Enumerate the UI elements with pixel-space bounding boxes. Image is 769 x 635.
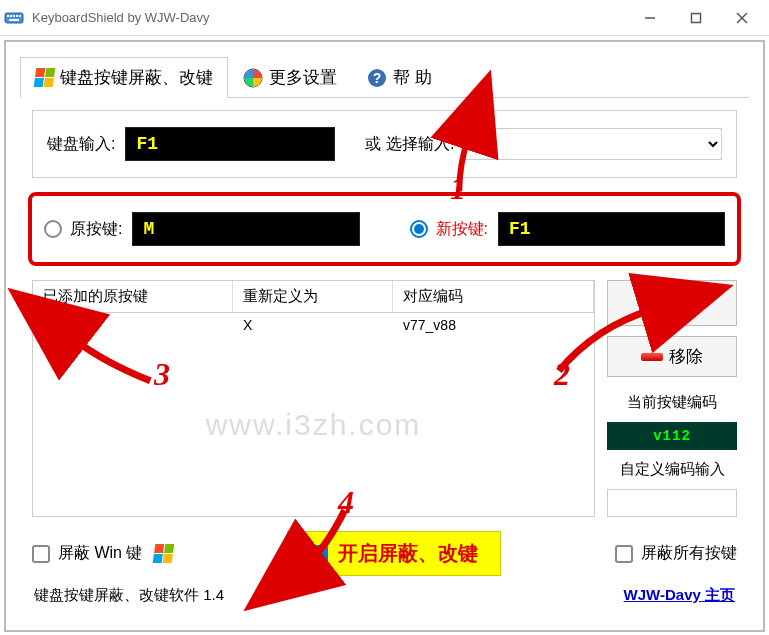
row-original-key: M [67,318,79,334]
keyboard-input-label: 键盘输入: [47,134,115,155]
radio-new-key[interactable] [410,220,428,238]
enable-label: 开启屏蔽、改键 [338,540,478,567]
close-button[interactable] [719,3,765,33]
col-original-key: 已添加的原按键 [33,281,233,312]
plus-icon: + [644,289,660,317]
tab-more-settings[interactable]: 更多设置 [228,57,352,98]
homepage-link[interactable]: WJW-Davy 主页 [624,586,735,605]
globe-icon [243,68,263,88]
annotation-2: 2 [554,356,570,393]
custom-encoding-label: 自定义编码输入 [607,460,737,479]
annotation-1: 1 [450,170,466,207]
svg-rect-5 [19,15,21,17]
key-select-dropdown[interactable]: M [464,128,722,160]
maximize-button[interactable] [673,3,719,33]
tab-keymap-label: 键盘按键屏蔽、改键 [60,66,213,89]
titlebar: KeyboardShield by WJW-Davy [0,0,769,36]
current-encoding-label: 当前按键编码 [607,393,737,412]
col-remap-to: 重新定义为 [233,281,393,312]
minimize-button[interactable] [627,3,673,33]
row-code: v77_v88 [393,317,594,335]
svg-rect-0 [5,13,23,23]
tab-help-label: 帮 助 [393,66,432,89]
input-panel: 键盘输入: F1 或 选择输入: M [32,110,737,178]
or-select-label: 或 选择输入: [365,134,454,155]
add-button-label: 添加 [666,292,700,315]
svg-rect-2 [10,15,12,17]
add-button[interactable]: + 添加 [607,280,737,326]
windows-icon [153,544,175,563]
svg-text:?: ? [373,70,382,86]
row-remap: X [233,317,393,335]
version-text: 键盘按键屏蔽、改键软件 1.4 [34,586,224,605]
enable-shield-button[interactable]: ✓ 开启屏蔽、改键 [287,531,501,576]
current-encoding-value: v112 [607,422,737,450]
remove-button-label: 移除 [669,345,703,368]
new-key-label: 新按键: [436,219,488,240]
block-win-checkbox[interactable] [32,545,50,563]
row-checkbox[interactable]: ✓ [43,317,61,335]
original-key-label: 原按键: [70,219,122,240]
block-all-checkbox[interactable] [615,545,633,563]
mapping-table: 已添加的原按键 重新定义为 对应编码 ✓ M X v77_v88 www.i3z… [32,280,595,517]
annotation-3: 3 [154,356,170,393]
tab-help[interactable]: ? 帮 助 [352,57,447,98]
watermark-text: www.i3zh.com [206,408,422,442]
new-key-field[interactable]: F1 [498,212,725,246]
custom-encoding-input[interactable] [607,489,737,517]
tab-keymap[interactable]: 键盘按键屏蔽、改键 [20,57,228,98]
keyboard-input-field[interactable]: F1 [125,127,335,161]
svg-rect-1 [7,15,9,17]
enable-checkbox[interactable]: ✓ [310,545,328,563]
window-title: KeyboardShield by WJW-Davy [32,10,627,25]
app-icon [4,8,24,28]
minus-icon [641,353,663,361]
annotation-4: 4 [338,484,354,521]
block-all-label: 屏蔽所有按键 [641,543,737,564]
col-encoding: 对应编码 [393,281,594,312]
remove-button[interactable]: 移除 [607,336,737,377]
tab-more-label: 更多设置 [269,66,337,89]
svg-rect-4 [16,15,18,17]
windows-icon [34,68,56,87]
table-row[interactable]: ✓ M X v77_v88 [33,313,594,339]
radio-original-key[interactable] [44,220,62,238]
help-icon: ? [367,68,387,88]
tab-bar: 键盘按键屏蔽、改键 更多设置 ? 帮 助 [20,56,749,98]
block-win-label: 屏蔽 Win 键 [58,543,142,564]
svg-rect-3 [13,15,15,17]
original-key-field[interactable]: M [132,212,359,246]
svg-rect-6 [9,19,19,21]
key-mapping-group: 原按键: M 新按键: F1 [28,192,741,266]
svg-rect-8 [692,13,701,22]
